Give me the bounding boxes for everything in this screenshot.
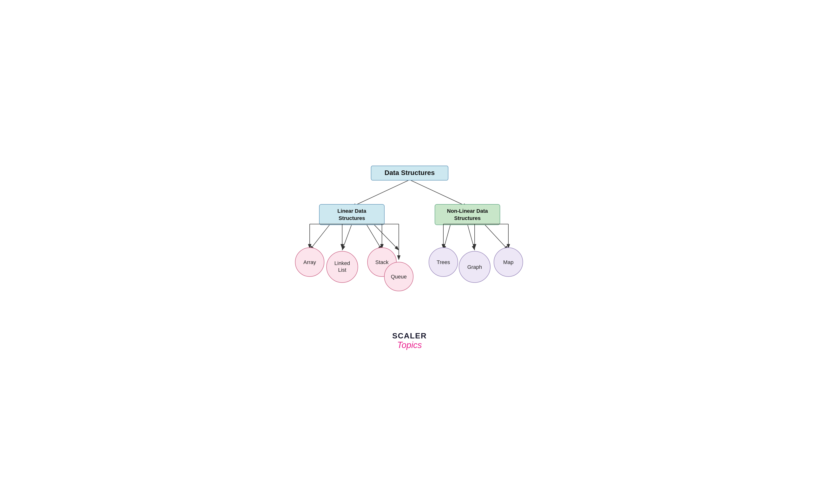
hierarchy-diagram: Data Structures Linear Data Structures N… <box>277 159 542 322</box>
svg-rect-11 <box>319 204 384 225</box>
node-trees: Trees <box>429 248 458 277</box>
svg-line-5 <box>366 224 382 250</box>
svg-line-7 <box>443 224 451 250</box>
nonlinear-label-line1: Non-Linear Data <box>447 208 488 214</box>
node-root: Data Structures <box>371 166 448 180</box>
svg-line-1 <box>352 180 410 207</box>
logo-topics: Topics <box>397 340 422 350</box>
linear-label-line1: Linear Data <box>337 208 366 214</box>
node-linkedlist: Linked List <box>326 251 358 283</box>
nonlinear-label-line2: Structures <box>454 215 481 221</box>
logo-area: SCALER Topics <box>392 332 427 350</box>
svg-line-4 <box>342 224 352 250</box>
logo-scaler: SCALER <box>392 332 427 340</box>
linkedlist-label-2: List <box>338 267 346 273</box>
trees-label: Trees <box>437 259 450 265</box>
svg-rect-12 <box>435 204 500 225</box>
node-map: Map <box>494 248 523 277</box>
root-label: Data Structures <box>384 169 435 176</box>
svg-line-8 <box>468 224 475 250</box>
node-graph: Graph <box>459 251 490 283</box>
linear-label-line2: Structures <box>338 215 365 221</box>
svg-line-3 <box>310 224 330 250</box>
svg-line-6 <box>373 224 399 250</box>
stack-label: Stack <box>375 259 389 265</box>
node-queue: Queue <box>384 262 413 291</box>
node-linear: Linear Data Structures <box>319 204 384 225</box>
array-label: Array <box>303 259 316 265</box>
graph-label: Graph <box>467 264 482 270</box>
linkedlist-label-1: Linked <box>334 260 350 266</box>
node-nonlinear: Non-Linear Data Structures <box>435 204 500 225</box>
svg-line-2 <box>410 180 468 207</box>
node-array: Array <box>295 248 324 277</box>
svg-line-9 <box>484 224 508 250</box>
map-label: Map <box>503 259 514 265</box>
diagram-container: Data Structures Linear Data Structures N… <box>265 149 554 355</box>
queue-label: Queue <box>390 274 406 280</box>
